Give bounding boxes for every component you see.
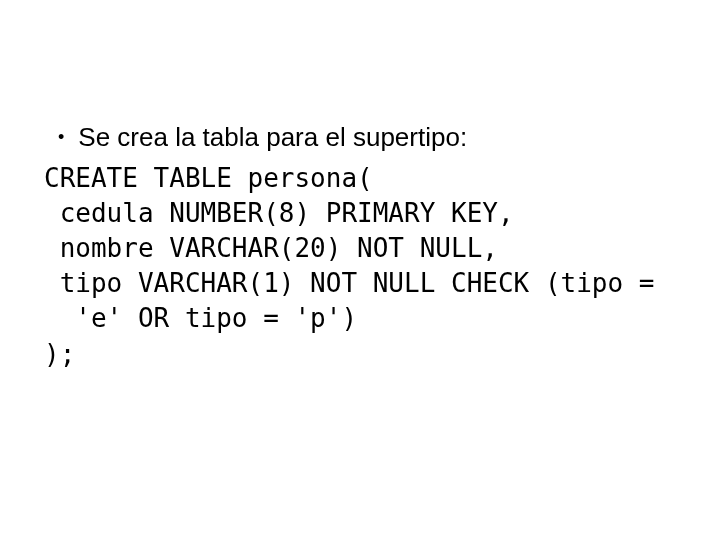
code-line-1: CREATE TABLE persona( <box>44 163 373 193</box>
bullet-item: • Se crea la tabla para el supertipo: <box>40 120 680 155</box>
code-line-5: 'e' OR tipo = 'p') <box>44 303 357 333</box>
code-line-6: ); <box>44 339 75 369</box>
slide-container: • Se crea la tabla para el supertipo: CR… <box>0 0 720 412</box>
code-line-3: nombre VARCHAR(20) NOT NULL, <box>44 233 498 263</box>
code-line-2: cedula NUMBER(8) PRIMARY KEY, <box>44 198 514 228</box>
bullet-text: Se crea la tabla para el supertipo: <box>78 120 467 155</box>
bullet-marker-icon: • <box>58 125 64 149</box>
code-line-4: tipo VARCHAR(1) NOT NULL CHECK (tipo = <box>44 268 654 298</box>
sql-code-block: CREATE TABLE persona( cedula NUMBER(8) P… <box>44 161 680 372</box>
